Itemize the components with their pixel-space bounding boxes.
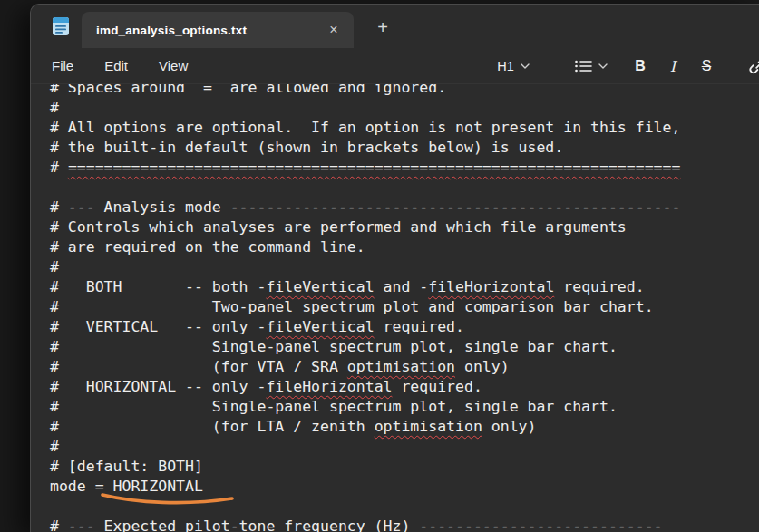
text-segment: # <box>50 438 59 455</box>
text-segment: required. <box>375 318 464 335</box>
file-tab[interactable]: imd_analysis_options.txt × <box>82 12 354 48</box>
misspelled-text: fileVertical <box>266 278 374 295</box>
menu-view[interactable]: View <box>147 53 199 79</box>
editor-line: # the built-in default (shown in bracket… <box>50 138 680 158</box>
editor-line: # HORIZONTAL -- only -fileHorizontal req… <box>50 377 680 397</box>
editor-line: # (for VTA / SRA optimisation only) <box>50 357 680 377</box>
editor-line: mode = HORIZONTAL <box>50 477 680 497</box>
text-segment: mode = HORIZONTAL <box>50 478 203 495</box>
editor-line: # Spaces around = are allowed and ignore… <box>50 84 680 98</box>
text-segment: # HORIZONTAL -- only - <box>50 378 266 395</box>
text-segment: # Single-panel spectrum plot, single bar… <box>50 338 618 355</box>
editor-line: # BOTH -- both -fileVertical and -fileHo… <box>50 277 680 297</box>
text-segment: required. <box>393 378 482 395</box>
editor-line: # VERTICAL -- only -fileVertical require… <box>50 317 680 337</box>
text-segment: # the built-in default (shown in bracket… <box>50 139 563 156</box>
editor-line: # --- Expected pilot-tone frequency (Hz)… <box>50 517 680 532</box>
text-segment: # All options are optional. If an option… <box>50 119 680 136</box>
text-segment: # (for LTA / zenith <box>50 418 375 435</box>
link-button[interactable] <box>743 52 759 81</box>
chevron-down-icon <box>598 63 608 69</box>
misspelled-text: ========================================… <box>68 159 681 176</box>
text-segment: # --- Expected pilot-tone frequency (Hz)… <box>50 517 663 532</box>
notepad-app-icon <box>50 15 72 37</box>
list-icon <box>574 59 592 73</box>
editor-line: # Single-panel spectrum plot, single bar… <box>50 337 680 357</box>
list-format-button[interactable] <box>567 52 614 81</box>
heading-label: H1 <box>497 59 514 73</box>
editor-line: # --- Analysis mode --------------------… <box>50 198 680 218</box>
title-bar[interactable]: imd_analysis_options.txt × + <box>31 5 759 48</box>
editor-line: # [default: BOTH] <box>50 457 680 477</box>
text-segment: # <box>50 99 59 116</box>
close-tab-icon[interactable]: × <box>323 19 345 41</box>
misspelled-text: optimisation <box>375 418 482 435</box>
bold-button[interactable]: B <box>625 52 656 81</box>
editor-line: # Controls which analyses are performed … <box>50 218 680 237</box>
text-segment: and - <box>375 278 429 295</box>
misspelled-text: fileHorizontal <box>266 378 392 395</box>
italic-button[interactable]: I <box>657 52 688 81</box>
text-segment: # BOTH -- both - <box>50 278 266 295</box>
text-segment: # (for VTA / SRA <box>50 358 347 375</box>
text-editor[interactable]: # Spaces around = are allowed and ignore… <box>31 84 759 532</box>
menu-edit[interactable]: Edit <box>92 53 140 79</box>
chevron-down-icon <box>521 63 530 69</box>
new-tab-button[interactable]: + <box>370 15 395 40</box>
editor-line: # ======================================… <box>50 158 680 178</box>
notepad-window: imd_analysis_options.txt × + File Edit V… <box>30 4 759 532</box>
text-segment: # <box>50 159 68 176</box>
text-segment: # [default: BOTH] <box>50 458 203 475</box>
editor-line: # <box>50 98 680 118</box>
text-segment: # VERTICAL -- only - <box>50 318 266 335</box>
misspelled-text: optimisation <box>347 358 455 375</box>
editor-line: # Single-panel spectrum plot, single bar… <box>50 397 680 417</box>
editor-line: # <box>50 257 680 277</box>
editor-lines: # Spaces around = are allowed and ignore… <box>50 84 680 532</box>
editor-line: # (for LTA / zenith optimisation only) <box>50 417 680 437</box>
heading-format-button[interactable]: H1 <box>490 52 537 81</box>
text-segment: # Controls which analyses are performed … <box>50 218 627 236</box>
editor-line: # Two-panel spectrum plot and comparison… <box>50 297 680 317</box>
text-segment: # Two-panel spectrum plot and comparison… <box>50 298 654 315</box>
editor-line: # All options are optional. If an option… <box>50 118 680 138</box>
link-icon <box>747 55 759 77</box>
menu-file[interactable]: File <box>40 53 85 79</box>
editor-line <box>50 178 680 198</box>
text-segment: # are required on the command line. <box>50 238 365 256</box>
misspelled-text: fileVertical <box>266 318 374 335</box>
text-segment: required. <box>554 278 644 295</box>
text-segment: # --- Analysis mode --------------------… <box>50 198 680 216</box>
text-segment: # <box>50 258 59 276</box>
text-segment: only) <box>455 358 510 375</box>
text-segment: # Single-panel spectrum plot, single bar… <box>50 398 618 415</box>
text-segment: only) <box>482 418 537 435</box>
editor-line <box>50 497 680 517</box>
strikethrough-button[interactable]: S <box>691 52 722 81</box>
text-segment: # Spaces around = are allowed and ignore… <box>50 84 446 96</box>
tab-title: imd_analysis_options.txt <box>96 24 247 37</box>
editor-line: # are required on the command line. <box>50 237 680 257</box>
misspelled-text: fileHorizontal <box>428 278 554 295</box>
editor-line: # <box>50 437 680 457</box>
